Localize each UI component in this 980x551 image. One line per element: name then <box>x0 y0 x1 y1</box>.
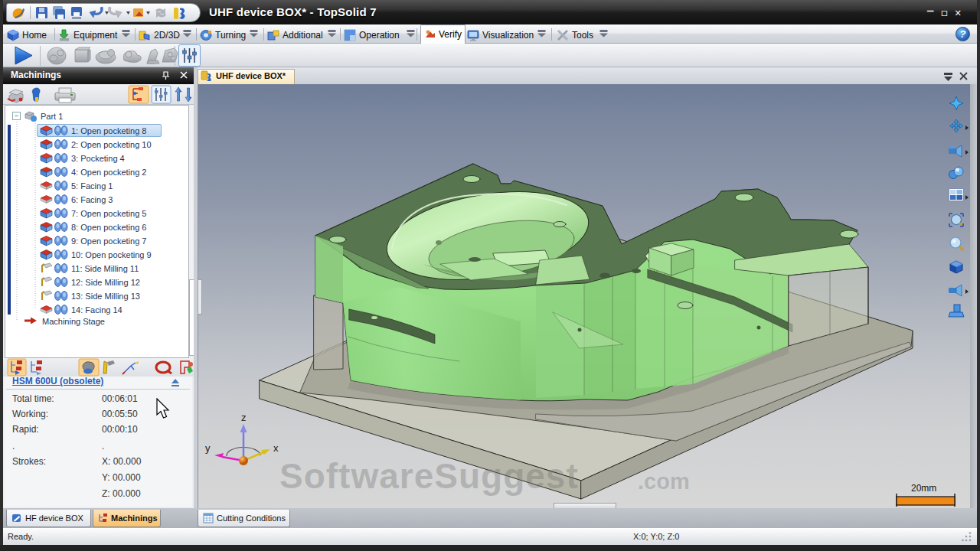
svg-text:x: x <box>273 442 279 454</box>
svg-text:y: y <box>205 442 211 454</box>
svg-text:z: z <box>241 412 247 423</box>
